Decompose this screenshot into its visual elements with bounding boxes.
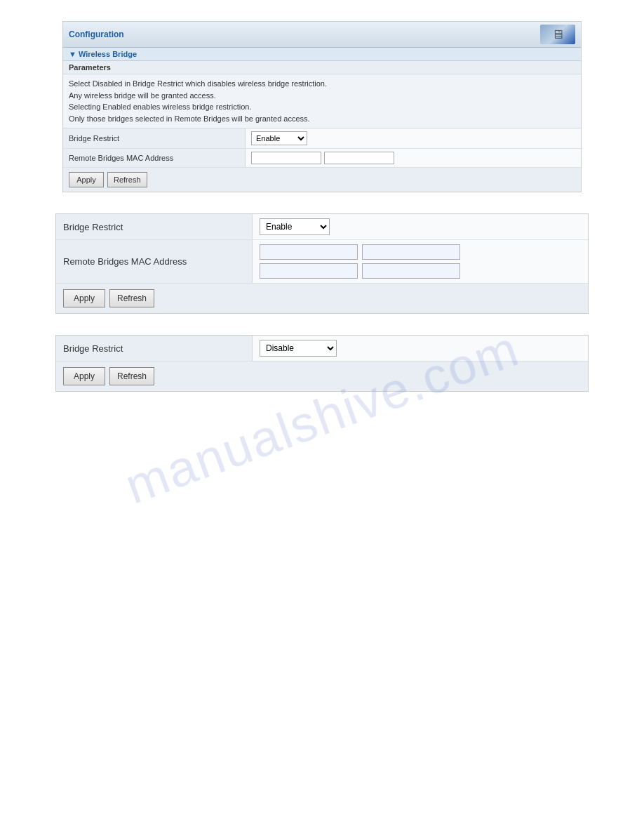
config-header-icon xyxy=(540,25,575,44)
mid-remote-bridges-value xyxy=(253,240,588,283)
mac-inputs xyxy=(251,152,575,164)
bridge-restrict-label: Bridge Restrict xyxy=(63,128,246,148)
top-config-panel: Configuration Wireless Bridge Parameters… xyxy=(62,21,582,192)
mid-bridge-restrict-select[interactable]: Enable Disable xyxy=(260,218,330,235)
remote-bridges-value xyxy=(246,149,581,167)
config-header: Configuration xyxy=(63,22,581,48)
params-description: Select Disabled in Bridge Restrict which… xyxy=(63,74,581,128)
mid-bridge-restrict-row: Bridge Restrict Enable Disable xyxy=(56,214,588,240)
mac-input-1a[interactable] xyxy=(251,152,321,164)
mid-mac-row-2 xyxy=(260,263,460,279)
mid-mac-inputs xyxy=(260,244,460,279)
bot-bridge-restrict-select[interactable]: Enable Disable xyxy=(260,340,337,357)
mid-config-panel: Bridge Restrict Enable Disable Remote Br… xyxy=(55,213,589,314)
mid-mac-input-1a[interactable] xyxy=(260,244,358,260)
mid-mac-row-1 xyxy=(260,244,460,260)
bot-bridge-restrict-row: Bridge Restrict Enable Disable xyxy=(56,336,588,362)
mid-mac-input-2b[interactable] xyxy=(362,263,460,279)
mid-remote-bridges-label: Remote Bridges MAC Address xyxy=(56,240,253,283)
mac-input-1b[interactable] xyxy=(324,152,394,164)
params-header: Parameters xyxy=(63,61,581,74)
remote-bridges-row: Remote Bridges MAC Address xyxy=(63,149,581,168)
params-line-4: Only those bridges selected in Remote Br… xyxy=(69,113,575,125)
mid-remote-bridges-row: Remote Bridges MAC Address xyxy=(56,240,588,284)
bot-bridge-restrict-label: Bridge Restrict xyxy=(56,336,253,361)
mid-apply-button[interactable]: Apply xyxy=(63,289,105,307)
bot-apply-button[interactable]: Apply xyxy=(63,367,105,385)
mid-refresh-button[interactable]: Refresh xyxy=(109,289,154,307)
section-title-bar: Wireless Bridge xyxy=(63,48,581,61)
remote-bridges-label: Remote Bridges MAC Address xyxy=(63,149,246,167)
top-buttons-row: Apply Refresh xyxy=(63,168,581,192)
params-line-1: Select Disabled in Bridge Restrict which… xyxy=(69,78,575,90)
bot-bridge-restrict-value: Enable Disable xyxy=(253,336,588,361)
mid-bridge-restrict-label: Bridge Restrict xyxy=(56,214,253,239)
mid-buttons-row: Apply Refresh xyxy=(56,284,588,313)
bot-refresh-button[interactable]: Refresh xyxy=(109,367,154,385)
mac-row-1 xyxy=(251,152,575,164)
mid-mac-input-2a[interactable] xyxy=(260,263,358,279)
bot-buttons-row: Apply Refresh xyxy=(56,362,588,391)
bridge-restrict-row: Bridge Restrict Enable Disable xyxy=(63,128,581,149)
config-header-title: Configuration xyxy=(69,29,124,39)
bridge-restrict-value: Enable Disable xyxy=(246,128,581,148)
params-line-3: Selecting Enabled enables wireless bridg… xyxy=(69,101,575,113)
mid-mac-input-1b[interactable] xyxy=(362,244,460,260)
top-refresh-button[interactable]: Refresh xyxy=(107,172,147,187)
params-line-2: Any wireless bridge will be granted acce… xyxy=(69,90,575,102)
bridge-restrict-select[interactable]: Enable Disable xyxy=(251,131,307,145)
bot-config-panel: Bridge Restrict Enable Disable Apply Ref… xyxy=(55,335,589,392)
top-apply-button[interactable]: Apply xyxy=(69,172,104,187)
mid-bridge-restrict-value: Enable Disable xyxy=(253,214,588,239)
